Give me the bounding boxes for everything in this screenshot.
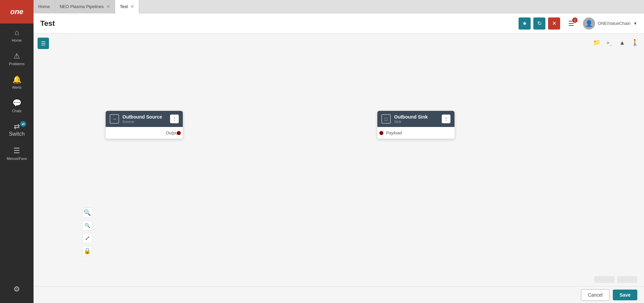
settings-icon: ⚙: [13, 285, 20, 294]
run-button[interactable]: 🚶: [630, 38, 640, 48]
minimap-node-1: [594, 276, 614, 283]
menu-icon: ☰: [13, 146, 20, 155]
source-node-icon: →: [110, 114, 119, 124]
sidebar-item-problems[interactable]: ⚠ Problems: [0, 47, 34, 71]
tab-neo-label: NEO Plasma Pipelines: [60, 4, 104, 9]
list-view-button[interactable]: ☰: [38, 38, 49, 49]
sidebar-item-label: Chats: [12, 109, 22, 113]
user-section: 👤 ONEIValueChain ▼: [583, 17, 637, 30]
sink-node-title-area: Outbound Sink Sink: [394, 114, 438, 124]
switch-icon: ⇄: [14, 122, 20, 131]
terminal-button[interactable]: >_: [604, 38, 614, 48]
avatar: 👤: [583, 17, 595, 30]
triangle-icon: ▲: [619, 39, 625, 46]
zoom-out-icon: 🔍: [85, 223, 90, 228]
source-node-subtitle: Source: [122, 120, 167, 124]
notification-badge: 1: [572, 17, 578, 23]
tab-test[interactable]: Test ✕: [115, 0, 139, 13]
figure-icon: 🚶: [631, 39, 639, 46]
user-name: ONEIValueChain: [598, 21, 631, 26]
tab-home-label: Home: [38, 4, 50, 9]
source-output-row: Output: [110, 130, 179, 135]
sidebar-item-label: Home: [12, 38, 21, 42]
sink-node-subtitle: Sink: [394, 120, 438, 124]
star-button[interactable]: ★: [519, 17, 531, 30]
content-area: ☰ 📁 >_ ▲ 🚶 → O: [34, 34, 644, 303]
source-output-port[interactable]: [177, 131, 181, 135]
source-node-body: Output: [106, 127, 183, 139]
tab-neo[interactable]: NEO Plasma Pipelines ✕: [55, 0, 115, 13]
sink-payload-label: Payload: [386, 130, 402, 135]
header-actions: ★ ↻ ✕ ☰ 1 👤 ONEIValueChain ▼: [519, 17, 637, 30]
sidebar: one ⌂ Home ⚠ Problems 🔔 Alerts 💬 Chats ⇄…: [0, 0, 34, 303]
sidebar-item-label: Alerts: [12, 85, 21, 89]
zoom-out-button[interactable]: 🔍: [82, 220, 92, 230]
sink-node-body: Payload: [377, 127, 454, 139]
sidebar-item-label: Menus/Favs: [7, 157, 27, 161]
refresh-icon: ↻: [537, 20, 542, 27]
page-title: Test: [40, 19, 519, 28]
sink-input-row: Payload: [381, 130, 450, 135]
close-button[interactable]: ✕: [548, 17, 560, 30]
fit-button[interactable]: ⤢: [82, 233, 92, 243]
zoom-in-button[interactable]: 🔍: [82, 208, 92, 218]
home-icon: ⌂: [14, 28, 19, 37]
sink-node-header: □ Outbound Sink Sink ⋮: [377, 111, 454, 127]
sink-node-menu[interactable]: ⋮: [442, 115, 450, 123]
sidebar-item-alerts[interactable]: 🔔 Alerts: [0, 71, 34, 94]
minimap-node-2: [617, 276, 637, 283]
sidebar-item-label: Problems: [9, 62, 24, 66]
star-icon: ★: [522, 20, 527, 27]
save-button[interactable]: Save: [613, 290, 637, 300]
minimap: [594, 276, 637, 283]
bottom-bar: Cancel Save: [34, 286, 644, 303]
sink-node-title: Outbound Sink: [394, 114, 438, 120]
folder-button[interactable]: 📁: [592, 38, 602, 48]
folder-icon: 📁: [593, 39, 600, 46]
fit-icon: ⤢: [85, 234, 90, 242]
sidebar-item-label: Switch: [9, 131, 24, 137]
tab-neo-close[interactable]: ✕: [106, 4, 110, 9]
cancel-button[interactable]: Cancel: [581, 289, 610, 301]
deploy-button[interactable]: ▲: [617, 38, 627, 48]
sidebar-item-settings[interactable]: ⚙: [11, 280, 23, 300]
top-right-tools: 📁 >_ ▲ 🚶: [592, 38, 640, 48]
left-tools: 🔍 🔍 ⤢ 🔒: [82, 208, 92, 256]
tab-test-label: Test: [120, 4, 128, 9]
content-toolbar: ☰: [38, 38, 49, 49]
sidebar-item-menus[interactable]: ☰ Menus/Favs: [0, 142, 34, 165]
badge-icon: ⇄: [22, 122, 24, 126]
source-node-title: Outbound Source: [122, 114, 167, 120]
terminal-icon: >_: [607, 40, 612, 45]
bell-icon: 🔔: [12, 75, 21, 84]
user-dropdown-arrow[interactable]: ▼: [633, 21, 637, 26]
sink-node[interactable]: □ Outbound Sink Sink ⋮ Payload: [377, 111, 454, 139]
close-icon: ✕: [552, 20, 556, 27]
main-area: Home NEO Plasma Pipelines ✕ Test ✕ Test …: [34, 0, 644, 303]
source-node-title-area: Outbound Source Source: [122, 114, 167, 124]
sidebar-item-chats[interactable]: 💬 Chats: [0, 94, 34, 118]
menu-button[interactable]: ☰ 1: [566, 18, 577, 29]
pipeline-canvas[interactable]: → Outbound Source Source ⋮ Output: [34, 34, 644, 286]
chat-icon: 💬: [12, 99, 21, 107]
lock-icon: 🔒: [84, 247, 91, 255]
source-node-header: → Outbound Source Source ⋮: [106, 111, 183, 127]
zoom-in-icon: 🔍: [84, 209, 91, 216]
header: Test ★ ↻ ✕ ☰ 1 👤 ONEIValueCha: [34, 13, 644, 34]
sidebar-item-switch[interactable]: ⇄ ⇄ Switch: [0, 118, 34, 142]
list-icon: ☰: [41, 40, 46, 47]
refresh-button[interactable]: ↻: [533, 17, 545, 30]
warning-icon: ⚠: [13, 52, 20, 60]
source-node[interactable]: → Outbound Source Source ⋮ Output: [106, 111, 183, 139]
tab-bar: Home NEO Plasma Pipelines ✕ Test ✕: [34, 0, 644, 13]
app-logo[interactable]: one: [0, 0, 34, 24]
switch-badge: ⇄: [20, 121, 26, 127]
tab-test-close[interactable]: ✕: [130, 4, 134, 9]
source-node-menu[interactable]: ⋮: [170, 115, 179, 123]
lock-button[interactable]: 🔒: [82, 246, 92, 256]
tab-home[interactable]: Home: [34, 0, 55, 13]
sink-input-port[interactable]: [379, 131, 383, 135]
sidebar-item-home[interactable]: ⌂ Home: [0, 24, 34, 47]
sink-node-icon: □: [381, 114, 391, 124]
